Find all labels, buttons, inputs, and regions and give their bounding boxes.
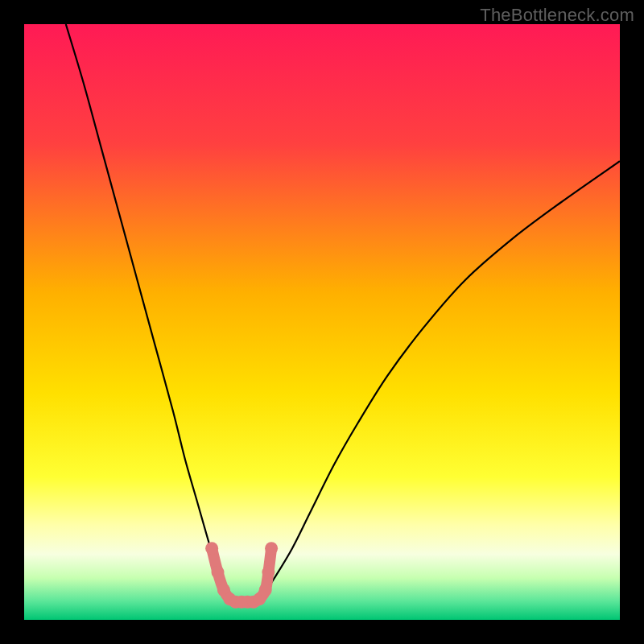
plot-area [24,24,620,620]
marker-dot [259,584,272,597]
chart-svg [24,24,620,620]
watermark-text: TheBottleneck.com [480,5,634,26]
marker-dot [265,542,278,555]
marker-dot [262,566,275,579]
gradient-background [24,24,620,620]
chart-frame: TheBottleneck.com [0,0,644,644]
marker-dot [205,542,218,555]
marker-dot [212,566,225,579]
